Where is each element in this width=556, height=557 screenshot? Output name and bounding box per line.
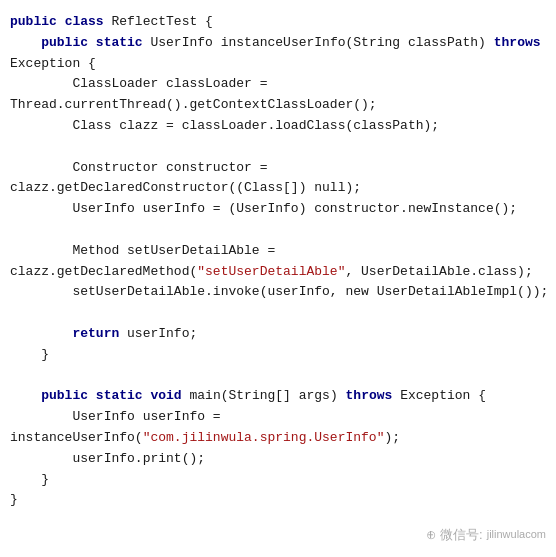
keyword-static2: static [96, 388, 143, 403]
constructor-decl: Constructor constructor = [72, 160, 267, 175]
get-constructor-line: clazz.getDeclaredConstructor((Class[]) n… [10, 180, 361, 195]
keyword-class: class [65, 14, 104, 29]
userinfo-decl2: UserInfo userInfo = [72, 409, 220, 424]
return-val: userInfo; [127, 326, 197, 341]
watermark: ⊕ 微信号: jilinwulacom [426, 525, 546, 545]
close-brace-class: } [10, 492, 18, 507]
watermark-icon: ⊕ 微信号: [426, 525, 482, 545]
invoke-line: setUserDetailAble.invoke(userInfo, new U… [72, 284, 548, 299]
main-sig: main(String[] args) throws Exception { [190, 388, 486, 403]
keyword-void: void [150, 388, 181, 403]
keyword-return: return [72, 326, 119, 341]
method-sig: UserInfo instanceUserInfo(String classPa… [150, 35, 540, 50]
code-container: public class ReflectTest { public static… [0, 0, 556, 557]
class-decl: Class clazz = classLoader.loadClass(clas… [72, 118, 439, 133]
keyword-public2: public [41, 35, 88, 50]
classloader-decl: ClassLoader classLoader = [72, 76, 267, 91]
get-method-line: clazz.getDeclaredMethod("setUserDetailAb… [10, 264, 533, 279]
method-decl: Method setUserDetailAble = [72, 243, 275, 258]
thread-line: Thread.currentThread().getContextClassLo… [10, 97, 377, 112]
userinfo-decl: UserInfo userInfo = (UserInfo) construct… [72, 201, 517, 216]
keyword-static: static [96, 35, 143, 50]
close-brace-main: } [41, 472, 49, 487]
keyword-public: public [10, 14, 57, 29]
watermark-text: jilinwulacom [487, 526, 546, 543]
code-block: public class ReflectTest { public static… [10, 12, 546, 511]
instance-call: instanceUserInfo("com.jilinwula.spring.U… [10, 430, 400, 445]
print-call: userInfo.print(); [72, 451, 205, 466]
class-name: ReflectTest { [111, 14, 212, 29]
close-brace-method: } [41, 347, 49, 362]
keyword-public3: public [41, 388, 88, 403]
exception-line: Exception { [10, 56, 96, 71]
